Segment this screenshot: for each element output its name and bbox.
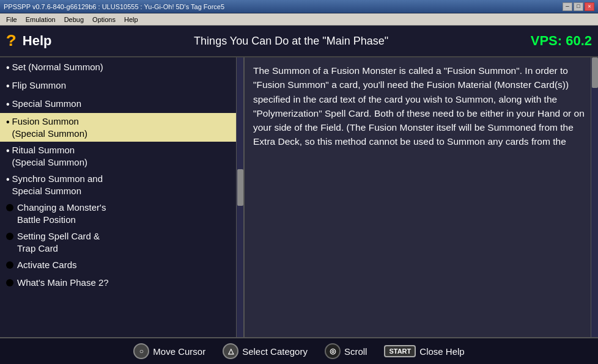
- window-title: PPSSPP v0.7.6-840-g66129b6 : ULUS10555 :…: [4, 3, 224, 10]
- sidebar-item-synchro-summon[interactable]: •Synchro Summon andSpecial Summon: [0, 170, 243, 199]
- sidebar-item-label: Flip Summon: [12, 79, 66, 92]
- menu-bar: FileEmulationDebugOptionsHelp: [0, 13, 598, 26]
- menu-item-emulation[interactable]: Emulation: [22, 15, 59, 24]
- sidebar-item-label: Setting Spell Card &Trap Card: [17, 230, 100, 254]
- maximize-button[interactable]: □: [574, 2, 583, 11]
- sidebar-item-special-summon[interactable]: •Special Summon: [0, 95, 243, 114]
- content-area: •Set (Normal Summon)•Flip Summon•Special…: [0, 57, 598, 337]
- footer-item-close-help: STARTClose Help: [384, 345, 464, 357]
- app-area: ? Help Things You Can Do at the "Main Ph…: [0, 26, 598, 364]
- window-controls[interactable]: — □ ✕: [563, 2, 594, 11]
- content-scrollbar[interactable]: [591, 57, 598, 337]
- sidebar-item-label: Set (Normal Summon): [12, 61, 103, 73]
- sidebar-item-set-normal[interactable]: •Set (Normal Summon): [0, 59, 243, 77]
- menu-item-debug[interactable]: Debug: [61, 15, 87, 24]
- menu-item-options[interactable]: Options: [89, 15, 119, 24]
- scroll-label: Scroll: [344, 346, 367, 357]
- footer-item-move-cursor: ○Move Cursor: [133, 343, 205, 359]
- bullet-icon: [6, 233, 13, 240]
- bullet-icon: [6, 279, 13, 286]
- start-button-icon: START: [384, 345, 416, 357]
- sidebar-item-fusion-summon[interactable]: •Fusion Summon(Special Summon): [0, 113, 243, 142]
- help-icon: ?: [6, 32, 17, 51]
- help-title-area: ? Help: [6, 32, 52, 51]
- sidebar-item-setting-spell[interactable]: Setting Spell Card &Trap Card: [0, 228, 243, 257]
- sidebar: •Set (Normal Summon)•Flip Summon•Special…: [0, 57, 245, 337]
- select-category-icon: △: [223, 343, 238, 359]
- sidebar-item-label: Fusion Summon(Special Summon): [12, 115, 87, 139]
- sidebar-item-label: Special Summon: [12, 98, 81, 110]
- footer-item-scroll: ◎Scroll: [325, 343, 367, 359]
- content-text: The Summon of a Fusion Monster is called…: [253, 64, 589, 149]
- sidebar-item-label: Activate Cards: [17, 259, 77, 271]
- scroll-icon: ◎: [325, 343, 341, 359]
- sidebar-item-activate-cards[interactable]: Activate Cards: [0, 257, 243, 274]
- menu-item-file[interactable]: File: [2, 15, 21, 24]
- vps-display: VPS: 60.2: [531, 33, 592, 49]
- sidebar-list: •Set (Normal Summon)•Flip Summon•Special…: [0, 57, 243, 337]
- footer-item-select-category: △Select Category: [223, 343, 308, 359]
- sidebar-item-label: What's Main Phase 2?: [17, 277, 109, 289]
- close-help-label: Close Help: [419, 346, 464, 357]
- move-cursor-icon: ○: [133, 343, 149, 359]
- main-phase-title: Things You Can Do at the "Main Phase": [52, 35, 531, 48]
- sidebar-scrollbar[interactable]: [236, 57, 243, 337]
- content-scroll-thumb[interactable]: [592, 57, 598, 88]
- sidebar-scroll-thumb[interactable]: [237, 169, 243, 206]
- help-header: ? Help Things You Can Do at the "Main Ph…: [0, 26, 598, 57]
- sidebar-item-changing-battle[interactable]: Changing a Monster'sBattle Position: [0, 199, 243, 228]
- minimize-button[interactable]: —: [563, 2, 572, 11]
- footer: ○Move Cursor△Select Category◎ScrollSTART…: [0, 337, 598, 364]
- help-label: Help: [23, 33, 52, 49]
- sidebar-item-ritual-summon[interactable]: •Ritual Summon(Special Summon): [0, 142, 243, 170]
- bullet-icon: [6, 261, 13, 269]
- sidebar-item-label: Ritual Summon(Special Summon): [12, 144, 87, 168]
- sidebar-item-whats-main-phase[interactable]: What's Main Phase 2?: [0, 274, 243, 292]
- sidebar-item-flip-summon[interactable]: •Flip Summon: [0, 77, 243, 95]
- menu-item-help[interactable]: Help: [120, 15, 142, 24]
- main-content: The Summon of a Fusion Monster is called…: [245, 57, 598, 337]
- select-category-label: Select Category: [242, 346, 308, 357]
- close-button[interactable]: ✕: [585, 2, 594, 11]
- move-cursor-label: Move Cursor: [153, 346, 205, 357]
- sidebar-item-label: Synchro Summon andSpecial Summon: [12, 173, 103, 197]
- bullet-icon: [6, 204, 13, 211]
- sidebar-item-label: Changing a Monster'sBattle Position: [17, 202, 106, 225]
- title-bar: PPSSPP v0.7.6-840-g66129b6 : ULUS10555 :…: [0, 0, 598, 13]
